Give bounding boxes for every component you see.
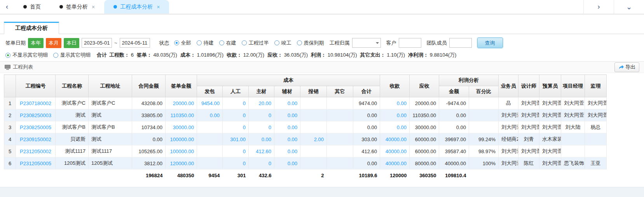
radio-icon[interactable] xyxy=(242,40,247,45)
summary-item-label: 收款： xyxy=(227,52,243,58)
col-supervisor[interactable]: 监理 xyxy=(585,75,607,97)
quick-date-button[interactable]: 本年 xyxy=(28,38,44,48)
cell-sjs: 刘大同萱 xyxy=(518,109,539,121)
table-row: 3P2308250005测试客户B测试客户B10734.0030000.0000… xyxy=(4,121,607,133)
window-tab[interactable]: 首页 xyxy=(14,0,50,14)
radio-icon[interactable] xyxy=(274,40,279,45)
project-code-link[interactable]: P2312050005 xyxy=(16,157,56,169)
detail-toggle-group: 不显示其它明细显示其它明细 xyxy=(5,52,96,59)
radio-icon[interactable] xyxy=(53,53,58,58)
col-project-code[interactable]: 工程编号 xyxy=(16,75,56,97)
cell-rengong: 0 xyxy=(223,97,249,109)
tabs-scroll-left-icon[interactable]: ‹ xyxy=(0,0,14,14)
col-cost-aux-material[interactable]: 辅材 xyxy=(274,86,300,97)
project-code-link[interactable]: P2312050002 xyxy=(16,145,56,157)
col-cost-total[interactable]: 合计 xyxy=(353,86,380,97)
radio-icon[interactable] xyxy=(297,40,302,45)
cell-qita xyxy=(327,121,353,133)
tabs-dropdown-icon[interactable]: ⌄ xyxy=(614,0,644,14)
tab-close-icon[interactable]: × xyxy=(92,4,95,10)
cell-yingshou: 30000.00 xyxy=(410,121,439,133)
radio-option[interactable]: 显示其它明细 xyxy=(53,52,91,59)
quick-date-button[interactable]: 本日 xyxy=(64,38,79,48)
cell-idx: 4 xyxy=(4,133,16,145)
col-received[interactable]: 收款 xyxy=(380,75,410,97)
cell-jl: 王亚 xyxy=(585,157,607,169)
tab-close-icon[interactable]: × xyxy=(157,4,160,10)
cell-yingshou: 20000.00 xyxy=(410,97,439,109)
radio-icon[interactable] xyxy=(219,40,224,45)
sign-date-label: 签单日期 xyxy=(5,40,26,47)
col-signed-amount[interactable]: 签单金额 xyxy=(166,75,197,97)
col-profit-amount[interactable]: 金额 xyxy=(439,86,469,97)
cell-ywy: 刘大同萱 xyxy=(499,145,518,157)
radio-icon[interactable] xyxy=(197,40,202,45)
col-cost-labor[interactable]: 人工 xyxy=(223,86,249,97)
radio-option[interactable]: 全部 xyxy=(174,40,191,47)
cell-xmjl xyxy=(561,133,585,145)
total-cell-shoukuan: 120000 xyxy=(380,169,410,182)
col-cost-main-material[interactable]: 主材 xyxy=(249,86,274,97)
cell-signed: 110350.00 xyxy=(166,109,197,121)
date-from-input[interactable] xyxy=(82,38,112,48)
list-title: 工程列表 xyxy=(13,64,33,71)
cell-zhucai: 0 xyxy=(249,157,274,169)
window-tab[interactable]: 签单分析× xyxy=(50,0,104,14)
project-code-link[interactable]: P2307180002 xyxy=(16,97,56,109)
radio-option[interactable]: 竣工 xyxy=(274,40,291,47)
cell-fucai: 0.00 xyxy=(274,121,300,133)
cell-contract: 33805.00 xyxy=(132,109,166,121)
team-member-input[interactable] xyxy=(449,38,472,48)
search-button[interactable]: 查询 xyxy=(477,38,503,48)
cell-jl: 杨总 xyxy=(585,121,607,133)
summary-item-label: 成本： xyxy=(180,52,197,58)
radio-icon[interactable] xyxy=(174,40,179,45)
footer-strip xyxy=(0,187,644,197)
cell-fucai: 0.00 xyxy=(274,97,300,109)
cell-ysy: 刘大同萱 xyxy=(539,121,561,133)
col-cost-outsource[interactable]: 发包 xyxy=(197,86,223,97)
radio-option[interactable]: 不显示其它明细 xyxy=(5,52,48,59)
status-label: 状态 xyxy=(159,40,169,47)
radio-label: 质保到期 xyxy=(304,40,324,47)
project-code-link[interactable]: P2309150002 xyxy=(16,133,56,145)
export-button[interactable]: 导出 xyxy=(614,62,639,72)
col-profit-percent[interactable]: 百分比 xyxy=(469,86,499,97)
cell-addr: 测试 xyxy=(89,133,132,145)
project-code-link[interactable]: P2308250005 xyxy=(16,121,56,133)
radio-label: 待建 xyxy=(204,40,214,47)
col-project-address[interactable]: 工程地址 xyxy=(89,75,132,97)
col-salesperson[interactable]: 业务员 xyxy=(499,75,518,97)
cell-percent xyxy=(469,109,499,121)
project-belong-select[interactable] xyxy=(352,38,381,48)
project-code-link[interactable]: P2308250003 xyxy=(16,109,56,121)
radio-option[interactable]: 待建 xyxy=(197,40,214,47)
col-designer[interactable]: 设计师 xyxy=(518,75,539,97)
radio-option[interactable]: 在建 xyxy=(219,40,236,47)
page-tab-label: 工程成本分析 xyxy=(15,25,48,32)
radio-option[interactable]: 工程过半 xyxy=(242,40,269,47)
cell-baoxiao xyxy=(300,145,327,157)
col-receivable[interactable]: 应收 xyxy=(410,75,439,97)
quick-date-button[interactable]: 本月 xyxy=(46,38,61,48)
col-project-manager[interactable]: 项目经理 xyxy=(561,75,585,97)
total-cell-percent xyxy=(469,169,499,182)
customer-input[interactable] xyxy=(399,38,421,48)
col-cost-reimburse[interactable]: 报销 xyxy=(300,86,327,97)
radio-option[interactable]: 质保到期 xyxy=(297,40,324,47)
radio-icon[interactable] xyxy=(5,53,10,58)
project-belong-input[interactable] xyxy=(352,38,381,48)
page-tab-project-cost-analysis[interactable]: 工程成本分析 xyxy=(4,22,59,34)
date-to-input[interactable] xyxy=(120,38,150,48)
col-cost-other[interactable]: 其它 xyxy=(327,86,353,97)
total-cell-heji: 10189.6 xyxy=(353,169,380,182)
cell-xmjl xyxy=(561,145,585,157)
cell-rengong: 0 xyxy=(223,145,249,157)
date-quick-buttons: 本年本月本日 xyxy=(28,38,82,48)
col-estimator[interactable]: 预算员 xyxy=(539,75,561,97)
window-tab[interactable]: 工程成本分析× xyxy=(104,0,169,14)
col-contract-amount[interactable]: 合同金额 xyxy=(132,75,166,97)
tabs-scroll-right-icon[interactable]: › xyxy=(583,0,614,14)
col-project-name[interactable]: 工程名称 xyxy=(56,75,89,97)
cell-percent: 99.24% xyxy=(469,133,499,145)
